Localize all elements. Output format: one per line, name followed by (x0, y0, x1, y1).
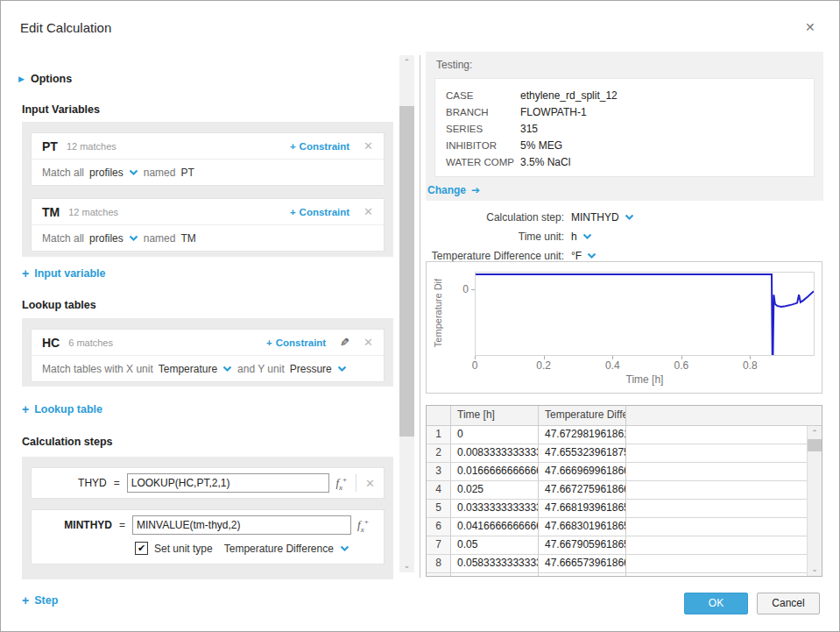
table-header-time: Time [h] (451, 406, 539, 425)
info-value: 315 (520, 123, 538, 135)
time-cell: 0.0166666666666 (451, 463, 539, 480)
chevron-down-icon[interactable] (222, 366, 232, 373)
chart-x-axis-label: Time [h] (475, 373, 815, 386)
row-number-cell: 4 (427, 481, 451, 499)
match-name-value[interactable]: PT (180, 167, 194, 179)
time-unit-label: Time unit: (426, 231, 564, 243)
time-cell: 0.0583333333333 (451, 555, 539, 572)
expander-triangle-icon: ▶ (18, 75, 25, 83)
equals-sign: = (119, 519, 125, 531)
equals-sign: = (114, 477, 120, 489)
scroll-up-icon[interactable]: ⌃ (808, 426, 822, 440)
ok-button[interactable]: OK (684, 593, 748, 614)
options-expander[interactable]: ▶ Options (18, 73, 72, 85)
function-add-icon[interactable]: fx+ (357, 517, 369, 534)
scroll-down-icon[interactable]: ⌄ (399, 558, 414, 572)
time-cell: 0.0083333333333 (451, 444, 539, 462)
lookup-tables-card-group: HC 6 matches + Constraint ✎ ✕ Match tabl… (22, 318, 393, 387)
preview-chart: Temperature Dif 00.20.40.60.80 Time [h] (426, 261, 822, 394)
edit-pencil-icon[interactable]: ✎ (340, 336, 349, 349)
row-number-cell: 8 (427, 555, 451, 572)
value-cell: 47.668301961865 (539, 518, 626, 536)
time-cell: 0.0333333333333 (451, 500, 539, 517)
chevron-down-icon[interactable] (337, 366, 347, 373)
scroll-down-icon[interactable]: ⌄ (808, 562, 822, 576)
testing-label: Testing: (436, 59, 472, 71)
match-name-value[interactable]: TM (180, 232, 195, 245)
match-type-dropdown[interactable]: profiles (89, 167, 124, 179)
set-unit-label: Set unit type (154, 543, 213, 555)
lookup-match-prefix: Match tables with X unit (42, 363, 153, 375)
table-header-row: Time [h] Temperature Diffe (427, 406, 822, 426)
row-number-cell: 7 (427, 536, 451, 554)
chevron-down-icon[interactable] (340, 545, 349, 552)
value-cell: 47.667905961865 (539, 536, 626, 554)
match-type-dropdown[interactable]: profiles (89, 232, 124, 245)
table-row[interactable] (427, 573, 808, 576)
table-row[interactable]: 2 0.0083333333333 47.655323961875 (427, 444, 808, 463)
step-name: THYD (40, 477, 107, 489)
add-input-variable-button[interactable]: + Input variable (22, 266, 105, 280)
testing-info-row: BRANCH FLOWPATH-1 (446, 103, 814, 120)
table-row[interactable]: 7 0.05 47.667905961865 (427, 536, 808, 555)
table-row[interactable]: 4 0.025 47.667275961866 (427, 481, 808, 500)
divider (356, 474, 356, 492)
x-tick-label: 0.6 (674, 359, 689, 372)
remove-lookup-icon[interactable]: ✕ (364, 336, 373, 349)
value-cell: 47.666573961866 (539, 555, 626, 572)
function-add-icon[interactable]: fx+ (335, 475, 347, 492)
plus-icon: + (266, 337, 272, 348)
table-row[interactable]: 8 0.0583333333333 47.666573961866 (427, 555, 808, 573)
lookup-mid-label: and Y unit (237, 363, 285, 375)
remove-variable-icon[interactable]: ✕ (364, 139, 373, 153)
scrollbar-thumb[interactable] (399, 106, 414, 437)
calculation-step-dropdown[interactable]: MINTHYD (571, 211, 634, 224)
panel-divider (420, 55, 420, 578)
calculation-steps-card-group: THYD = fx+ ✕ MINTHYD = fx+ ✔ Set unit ty… (22, 457, 393, 579)
options-label: Options (31, 73, 72, 85)
info-value: 5% MEG (520, 139, 562, 152)
temp-diff-unit-dropdown[interactable]: °F (571, 250, 596, 262)
formula-input[interactable] (127, 473, 330, 493)
plus-icon: + (290, 207, 296, 217)
x-tick-label: 0.4 (605, 359, 620, 372)
value-cell: 47.666969961866 (539, 463, 626, 480)
table-scrollbar[interactable]: ⌃ ⌄ (807, 426, 822, 576)
chart-series-line (476, 274, 814, 355)
calculation-step-row: Calculation step: MINTHYD (426, 211, 634, 224)
add-constraint-button[interactable]: + Constraint (290, 207, 349, 217)
x-unit-dropdown[interactable]: Temperature (159, 363, 217, 375)
table-row[interactable]: 5 0.0333333333333 47.668193961865 (427, 500, 808, 518)
scrollbar-thumb[interactable] (808, 439, 822, 451)
info-label: SERIES (446, 124, 520, 134)
table-row[interactable]: 3 0.0166666666666 47.666969961866 (427, 463, 808, 481)
input-variables-card-group: PT 12 matches + Constraint ✕ Match all p… (22, 122, 393, 257)
remove-step-icon[interactable]: ✕ (365, 477, 375, 490)
cancel-button[interactable]: Cancel (757, 593, 820, 614)
chart-plot-area (475, 272, 815, 356)
x-tick-label: 0 (472, 359, 478, 372)
scroll-up-icon[interactable]: ⌃ (399, 55, 414, 69)
formula-input[interactable] (132, 515, 351, 535)
left-panel-scrollbar[interactable]: ⌃ ⌄ (399, 55, 414, 572)
time-unit-dropdown[interactable]: h (571, 231, 592, 243)
testing-info-row: SERIES 315 (446, 120, 814, 137)
table-row[interactable]: 6 0.0416666666666 47.668301961865 (427, 518, 808, 536)
add-constraint-button[interactable]: + Constraint (290, 141, 349, 152)
chevron-down-icon (587, 252, 596, 259)
change-link[interactable]: Change ➔ (427, 184, 480, 196)
add-lookup-table-button[interactable]: + Lookup table (22, 402, 102, 416)
match-prefix: Match all (42, 167, 84, 179)
chevron-down-icon[interactable] (129, 169, 138, 176)
set-unit-checkbox[interactable]: ✔ (135, 542, 148, 555)
close-icon[interactable]: ✕ (805, 20, 815, 34)
lookup-name: HC (42, 336, 60, 350)
arrow-right-icon: ➔ (471, 184, 480, 196)
add-constraint-button[interactable]: + Constraint (266, 337, 326, 348)
remove-variable-icon[interactable]: ✕ (364, 205, 373, 218)
table-row[interactable]: 1 0 47.672981961861 (427, 426, 808, 444)
add-step-button[interactable]: + Step (22, 593, 58, 607)
y-unit-dropdown[interactable]: Pressure (290, 363, 332, 375)
unit-type-dropdown[interactable]: Temperature Difference (224, 543, 334, 555)
chevron-down-icon[interactable] (129, 235, 138, 242)
